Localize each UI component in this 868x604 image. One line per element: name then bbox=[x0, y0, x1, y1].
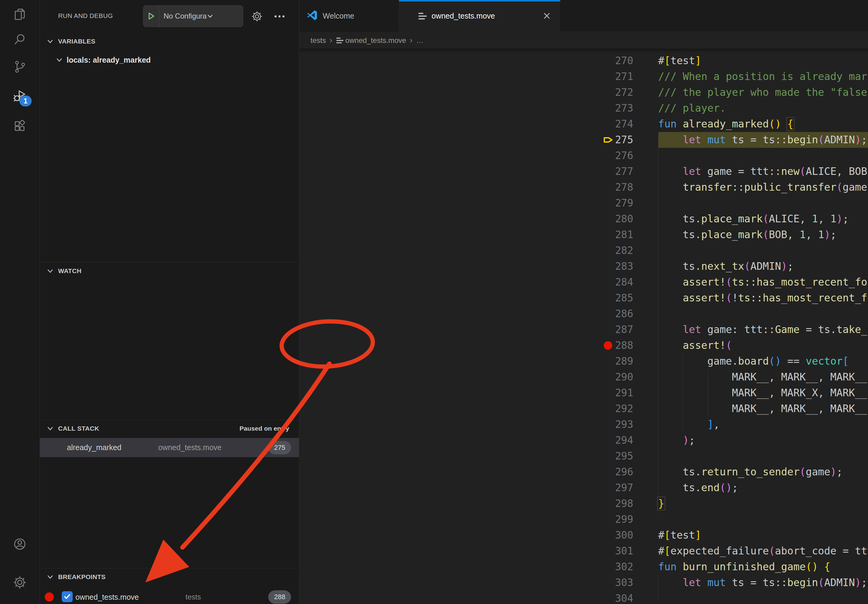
code-line-text[interactable] bbox=[658, 243, 868, 259]
breadcrumb-more[interactable]: … bbox=[416, 36, 423, 45]
source-control-icon[interactable] bbox=[13, 60, 27, 74]
gutter[interactable]: 284 bbox=[598, 274, 658, 290]
line-number[interactable]: 299 bbox=[615, 511, 633, 527]
gutter[interactable]: 276 bbox=[598, 148, 658, 164]
settings-gear-icon[interactable] bbox=[13, 575, 27, 589]
code-line-text[interactable] bbox=[658, 591, 868, 604]
line-number[interactable]: 285 bbox=[615, 290, 633, 306]
line-number[interactable]: 279 bbox=[615, 195, 633, 211]
code-line-text[interactable] bbox=[658, 148, 868, 164]
line-number[interactable]: 271 bbox=[615, 69, 633, 85]
code-line-text[interactable]: ], bbox=[658, 417, 868, 432]
gutter[interactable]: 296 bbox=[598, 464, 658, 480]
code-line-text[interactable]: /// When a position is already marked, t… bbox=[658, 69, 868, 85]
line-number[interactable]: 302 bbox=[615, 559, 633, 575]
gutter[interactable]: 300 bbox=[598, 527, 658, 543]
code-line-text[interactable]: #[expected_failure(abort_code = ttt::ENo… bbox=[658, 543, 868, 559]
line-number[interactable]: 304 bbox=[615, 591, 633, 604]
extensions-icon[interactable] bbox=[13, 119, 27, 133]
gutter[interactable]: 301 bbox=[598, 543, 658, 559]
line-number[interactable]: 303 bbox=[615, 575, 633, 591]
gutter[interactable]: 303 bbox=[598, 575, 658, 591]
gutter[interactable]: 297 bbox=[598, 480, 658, 496]
code-line-text[interactable]: fun already_marked() { bbox=[658, 116, 868, 132]
code-line-text[interactable]: ); bbox=[658, 432, 868, 448]
gutter[interactable]: 290 bbox=[598, 369, 658, 385]
breakpoint-marker[interactable] bbox=[603, 340, 613, 351]
call-stack-section-header[interactable]: CALL STACK Paused on entry bbox=[40, 420, 299, 437]
line-number[interactable]: 301 bbox=[615, 543, 633, 559]
code-line-text[interactable]: ts.place_mark(ALICE, 1, 1); bbox=[658, 211, 868, 227]
line-number[interactable]: 284 bbox=[615, 274, 633, 290]
tab-welcome[interactable]: Welcome bbox=[299, 0, 399, 32]
line-number[interactable]: 293 bbox=[615, 417, 633, 432]
code-line-text[interactable]: ts.next_tx(ADMIN); bbox=[658, 259, 868, 274]
code-line-text[interactable] bbox=[658, 306, 868, 322]
code-area[interactable]: 270#[test]271/// When a position is alre… bbox=[598, 49, 868, 604]
line-number[interactable]: 277 bbox=[615, 164, 633, 180]
gutter[interactable]: 270 bbox=[598, 53, 658, 69]
line-number[interactable]: 278 bbox=[615, 180, 633, 195]
code-line-text[interactable]: ts.place_mark(BOB, 1, 1); bbox=[658, 227, 868, 243]
account-icon[interactable] bbox=[13, 537, 27, 551]
line-number[interactable]: 288 bbox=[615, 338, 633, 353]
explorer-icon[interactable] bbox=[13, 7, 27, 21]
code-line-text[interactable]: let mut ts = ts::begin(ADMIN); bbox=[658, 132, 868, 148]
gutter[interactable]: 294 bbox=[598, 432, 658, 448]
gutter[interactable]: 299 bbox=[598, 511, 658, 527]
code-line-text[interactable]: game.board() == vector[ bbox=[658, 353, 868, 369]
gutter[interactable]: 283 bbox=[598, 259, 658, 274]
line-number[interactable]: 291 bbox=[615, 385, 633, 401]
code-line-text[interactable]: let game: ttt::Game = ts.take_from_sende… bbox=[658, 322, 868, 338]
line-number[interactable]: 281 bbox=[615, 227, 633, 243]
debug-settings-gear-icon[interactable] bbox=[250, 9, 264, 24]
gutter[interactable]: 293 bbox=[598, 417, 658, 432]
gutter[interactable]: 274 bbox=[598, 116, 658, 132]
current-execution-marker[interactable] bbox=[603, 135, 613, 145]
code-line-text[interactable] bbox=[658, 448, 868, 464]
gutter[interactable]: 281 bbox=[598, 227, 658, 243]
breakpoint-checkbox[interactable] bbox=[62, 591, 73, 602]
line-number[interactable]: 294 bbox=[615, 432, 633, 448]
gutter[interactable]: 304 bbox=[598, 591, 658, 604]
code-line-text[interactable]: /// player. bbox=[658, 101, 868, 116]
line-number[interactable]: 290 bbox=[615, 369, 633, 385]
gutter[interactable]: 295 bbox=[598, 448, 658, 464]
line-number[interactable]: 275 bbox=[615, 132, 633, 148]
line-number[interactable]: 274 bbox=[615, 116, 633, 132]
line-number[interactable]: 295 bbox=[615, 448, 633, 464]
line-number[interactable]: 298 bbox=[615, 496, 633, 511]
gutter[interactable]: 287 bbox=[598, 322, 658, 338]
code-line-text[interactable]: assert!(ts::has_most_recent_for_address<… bbox=[658, 274, 868, 290]
gutter[interactable]: 279 bbox=[598, 195, 658, 211]
code-line-text[interactable] bbox=[658, 195, 868, 211]
line-number[interactable]: 273 bbox=[615, 101, 633, 116]
line-number[interactable]: 297 bbox=[615, 480, 633, 496]
debug-config-dropdown[interactable]: No Configura bbox=[143, 5, 243, 27]
gutter[interactable]: 292 bbox=[598, 401, 658, 417]
gutter[interactable]: 298 bbox=[598, 496, 658, 511]
gutter[interactable]: 280 bbox=[598, 211, 658, 227]
gutter[interactable]: 302 bbox=[598, 559, 658, 575]
gutter[interactable]: 286 bbox=[598, 306, 658, 322]
breadcrumb[interactable]: tests › owned_tests.move › … bbox=[299, 32, 868, 49]
code-line-text[interactable]: let mut ts = ts::begin(ADMIN); bbox=[658, 575, 868, 591]
line-number[interactable]: 296 bbox=[615, 464, 633, 480]
gutter[interactable]: 288 bbox=[598, 338, 658, 353]
search-icon[interactable] bbox=[13, 32, 27, 46]
code-line-text[interactable]: fun burn_unfinished_game() { bbox=[658, 559, 868, 575]
gutter[interactable]: 289 bbox=[598, 353, 658, 369]
code-line-text[interactable]: MARK__, MARK__, MARK__, bbox=[658, 401, 868, 417]
line-number[interactable]: 286 bbox=[615, 306, 633, 322]
code-line-text[interactable]: #[test] bbox=[658, 53, 868, 69]
line-number[interactable]: 283 bbox=[615, 259, 633, 274]
watch-section-header[interactable]: WATCH bbox=[40, 262, 299, 279]
variables-section-header[interactable]: VARIABLES bbox=[40, 33, 299, 50]
line-number[interactable]: 292 bbox=[615, 401, 633, 417]
locals-scope-row[interactable]: locals: already_marked bbox=[40, 52, 299, 68]
start-debugging-icon[interactable] bbox=[143, 12, 159, 20]
line-number[interactable]: 287 bbox=[615, 322, 633, 338]
line-number[interactable]: 300 bbox=[615, 527, 633, 543]
code-line-text[interactable]: #[test] bbox=[658, 527, 868, 543]
line-number[interactable]: 282 bbox=[615, 243, 633, 259]
